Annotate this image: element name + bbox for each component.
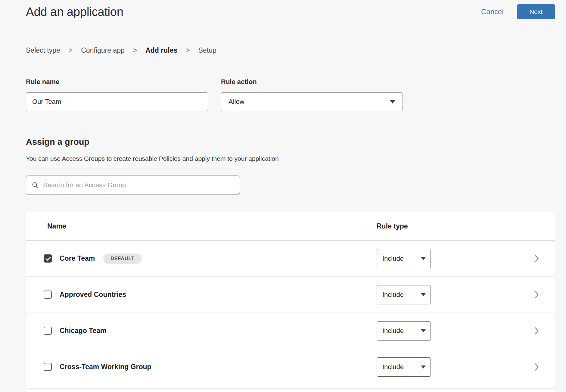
top-bar-actions: Cancel Next [481, 4, 555, 19]
rule-type-value: Include [382, 291, 404, 299]
caret-down-icon [390, 100, 395, 104]
rule-name-label: Rule name [26, 78, 208, 86]
access-groups-table: Name Rule type Core Team DEFAULT Include… [26, 212, 555, 388]
rule-form: Rule name Rule action Allow [26, 78, 566, 111]
access-group-search [26, 176, 240, 195]
table-row: Core Team DEFAULT Include [26, 241, 555, 277]
rule-action-value: Allow [229, 98, 244, 106]
step-setup[interactable]: Setup [198, 46, 216, 54]
chevron-right-icon[interactable] [534, 363, 539, 371]
rule-type-value: Include [382, 327, 404, 335]
rule-type-select[interactable]: Include [377, 321, 431, 341]
chevron-right-icon[interactable] [534, 291, 539, 299]
rule-action-field: Rule action Allow [221, 78, 403, 111]
row-main: Chicago Team [44, 327, 377, 335]
caret-down-icon [421, 329, 426, 332]
rule-type-value: Include [382, 363, 404, 371]
column-header-name: Name [47, 222, 377, 230]
chevron-right-icon[interactable] [534, 327, 539, 335]
add-application-page: Add an application Cancel Next Select ty… [0, 0, 566, 392]
step-select-type[interactable]: Select type [26, 46, 60, 54]
caret-down-icon [421, 293, 426, 296]
group-name: Cross-Team Working Group [60, 363, 151, 371]
rule-name-input[interactable] [26, 92, 208, 111]
rule-name-field: Rule name [26, 78, 208, 111]
table-row: Cross-Team Working Group Include [26, 349, 555, 385]
row-main: Cross-Team Working Group [44, 363, 377, 371]
row-checkbox[interactable] [44, 327, 52, 335]
rule-action-select[interactable]: Allow [221, 92, 403, 111]
assign-group-heading: Assign a group [26, 137, 566, 147]
next-button[interactable]: Next [517, 4, 555, 19]
step-configure-app[interactable]: Configure app [81, 46, 125, 54]
breadcrumb: Select type > Configure app > Add rules … [26, 46, 566, 54]
breadcrumb-separator: > [69, 46, 73, 54]
cancel-button[interactable]: Cancel [481, 8, 504, 16]
rule-type-select[interactable]: Include [377, 249, 431, 268]
search-icon [32, 182, 39, 189]
caret-down-icon [421, 366, 426, 369]
assign-group-description: You can use Access Groups to create reus… [26, 155, 566, 162]
group-name: Chicago Team [60, 327, 107, 335]
row-main: Core Team DEFAULT [44, 254, 377, 264]
row-main: Approved Countries [44, 291, 377, 299]
rule-type-select[interactable]: Include [377, 285, 431, 304]
group-name: Core Team [60, 254, 95, 263]
rule-type-select[interactable]: Include [377, 357, 431, 377]
chevron-right-icon[interactable] [534, 255, 539, 263]
breadcrumb-separator: > [133, 46, 137, 54]
search-input[interactable] [43, 181, 234, 189]
next-row-partial [26, 390, 555, 392]
caret-down-icon [421, 257, 426, 260]
group-name: Approved Countries [60, 291, 126, 299]
top-bar: Add an application Cancel Next [0, 0, 566, 19]
breadcrumb-separator: > [186, 46, 190, 54]
row-checkbox[interactable] [44, 254, 52, 263]
table-row: Approved Countries Include [26, 277, 555, 313]
rule-action-label: Rule action [221, 78, 403, 86]
column-header-rule-type: Rule type [377, 222, 408, 230]
row-checkbox[interactable] [44, 291, 52, 299]
default-badge: DEFAULT [103, 254, 142, 264]
rule-type-value: Include [382, 255, 404, 263]
row-checkbox[interactable] [44, 363, 52, 371]
step-add-rules[interactable]: Add rules [145, 46, 177, 54]
page-title: Add an application [26, 5, 123, 19]
table-header: Name Rule type [26, 212, 555, 241]
table-row: Chicago Team Include [26, 313, 555, 349]
